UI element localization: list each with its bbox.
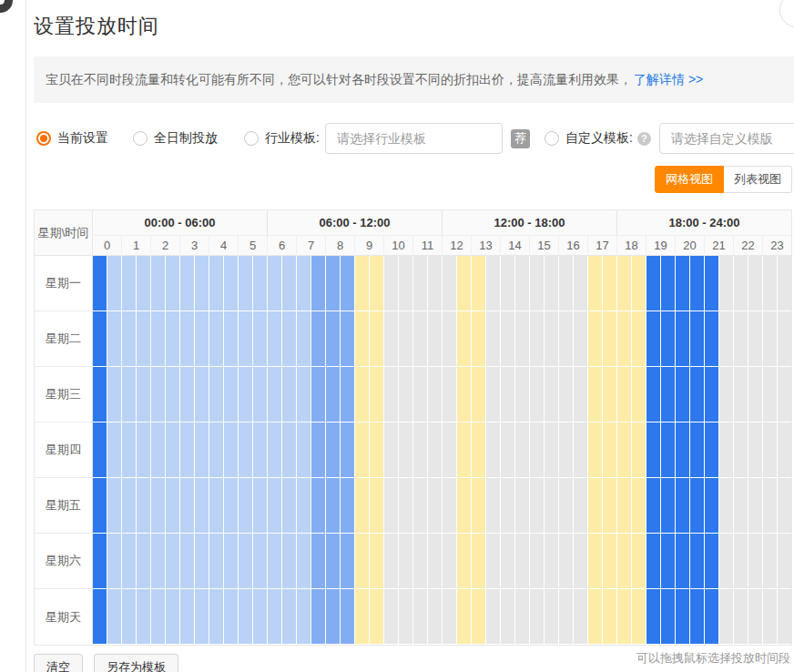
schedule-cell[interactable] [195,589,209,645]
schedule-cell[interactable] [180,367,195,423]
schedule-cell[interactable] [355,478,370,534]
schedule-cell[interactable] [107,367,122,423]
schedule-cell[interactable] [501,367,515,423]
schedule-cell[interactable] [428,534,443,589]
schedule-cell[interactable] [690,589,705,645]
schedule-cell[interactable] [282,367,297,423]
schedule-cell[interactable] [719,256,734,311]
schedule-cell[interactable] [457,478,472,534]
schedule-cell[interactable] [472,367,486,423]
schedule-cell[interactable] [617,423,632,478]
schedule-cell[interactable] [763,478,778,534]
schedule-cell[interactable] [457,311,472,367]
schedule-cell[interactable] [151,423,166,478]
schedule-cell[interactable] [399,589,413,645]
schedule-cell[interactable] [253,423,268,478]
schedule-cell[interactable] [574,478,588,534]
schedule-cell[interactable] [734,256,748,311]
schedule-cell[interactable] [719,423,734,478]
schedule-cell[interactable] [384,311,399,367]
schedule-cell[interactable] [778,478,791,534]
schedule-cell[interactable] [705,478,719,534]
schedule-cell[interactable] [311,423,326,478]
schedule-cell[interactable] [413,423,428,478]
schedule-cell[interactable] [646,311,661,367]
schedule-cell[interactable] [617,478,632,534]
schedule-cell[interactable] [443,534,457,589]
schedule-cell[interactable] [676,589,690,645]
schedule-cell[interactable] [355,423,370,478]
schedule-cell[interactable] [413,478,428,534]
schedule-cell[interactable] [137,256,151,311]
schedule-cell[interactable] [253,367,268,423]
schedule-cell[interactable] [676,256,690,311]
schedule-cell[interactable] [559,423,574,478]
schedule-cell[interactable] [107,534,122,589]
schedule-cell[interactable] [457,423,472,478]
schedule-cell[interactable] [763,423,778,478]
schedule-cell[interactable] [370,423,384,478]
schedule-cell[interactable] [515,367,530,423]
schedule-cell[interactable] [166,423,180,478]
schedule-cell[interactable] [107,256,122,311]
schedule-cell[interactable] [588,311,603,367]
radio-current-setting[interactable]: 当前设置 [36,130,108,147]
schedule-cell[interactable] [676,367,690,423]
schedule-cell[interactable] [748,534,763,589]
schedule-cell[interactable] [559,589,574,645]
schedule-cell[interactable] [297,423,311,478]
schedule-cell[interactable] [530,534,545,589]
schedule-cell[interactable] [268,534,282,589]
schedule-cell[interactable] [530,311,545,367]
schedule-cell[interactable] [166,478,180,534]
schedule-cell[interactable] [370,311,384,367]
schedule-cell[interactable] [646,589,661,645]
schedule-cell[interactable] [282,423,297,478]
schedule-cell[interactable] [428,423,443,478]
schedule-cell[interactable] [195,367,209,423]
schedule-cell[interactable] [224,478,239,534]
schedule-cell[interactable] [268,423,282,478]
schedule-cell[interactable] [384,589,399,645]
schedule-cell[interactable] [705,367,719,423]
schedule-cell[interactable] [239,367,253,423]
schedule-cell[interactable] [384,256,399,311]
radio-full-day[interactable]: 全日制投放 [133,130,218,147]
schedule-cell[interactable] [486,589,501,645]
schedule-cell[interactable] [137,589,151,645]
schedule-cell[interactable] [151,367,166,423]
schedule-cell[interactable] [559,256,574,311]
schedule-cell[interactable] [151,256,166,311]
schedule-cell[interactable] [574,256,588,311]
schedule-cell[interactable] [297,589,311,645]
schedule-cell[interactable] [151,478,166,534]
schedule-cell[interactable] [545,534,559,589]
schedule-cell[interactable] [326,423,341,478]
schedule-cell[interactable] [195,423,209,478]
schedule-cell[interactable] [268,478,282,534]
schedule-cell[interactable] [676,534,690,589]
custom-template-select[interactable] [659,123,794,154]
schedule-cell[interactable] [734,589,748,645]
schedule-cell[interactable] [297,534,311,589]
schedule-cell[interactable] [326,478,341,534]
schedule-cell[interactable] [545,589,559,645]
schedule-cell[interactable] [501,589,515,645]
schedule-cell[interactable] [748,311,763,367]
schedule-cell[interactable] [530,478,545,534]
schedule-cell[interactable] [428,478,443,534]
schedule-cell[interactable] [778,256,791,311]
schedule-cell[interactable] [282,589,297,645]
schedule-cell[interactable] [603,534,617,589]
schedule-cell[interactable] [661,256,676,311]
schedule-cell[interactable] [297,478,311,534]
schedule-cell[interactable] [224,534,239,589]
schedule-cell[interactable] [690,367,705,423]
schedule-cell[interactable] [501,478,515,534]
learn-more-link[interactable]: 了解详情 >> [634,72,703,88]
schedule-cell[interactable] [632,534,646,589]
schedule-cell[interactable] [399,367,413,423]
schedule-cell[interactable] [515,478,530,534]
schedule-cell[interactable] [428,311,443,367]
schedule-cell[interactable] [413,367,428,423]
